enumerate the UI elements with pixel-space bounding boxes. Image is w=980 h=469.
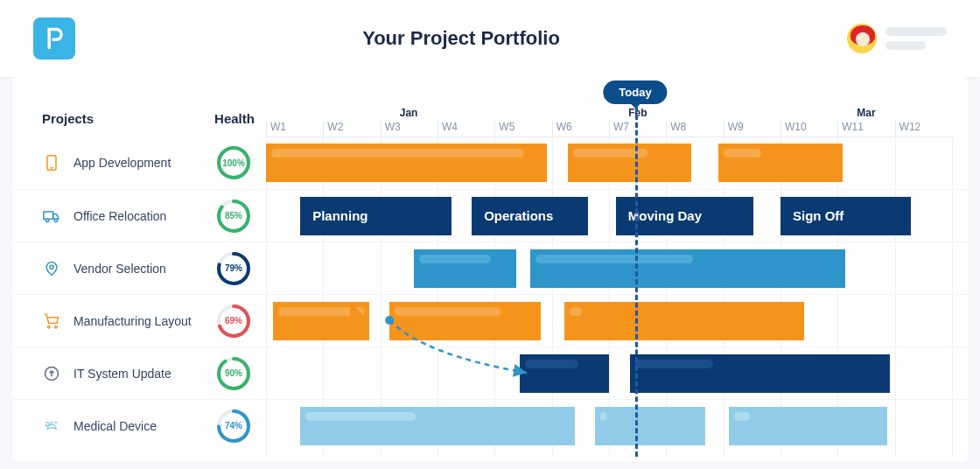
- project-name: Vendor Selection: [74, 262, 203, 276]
- table-header: Projects Health JanFebMar W1W2W3W4W5W6W7…: [12, 77, 968, 136]
- gantt-bar[interactable]: [595, 407, 704, 445]
- today-badge: Today: [603, 80, 667, 104]
- gantt-bar[interactable]: [300, 407, 575, 445]
- user-menu[interactable]: [847, 24, 947, 53]
- gantt-bar[interactable]: [389, 302, 540, 340]
- gantt-bar[interactable]: [414, 249, 517, 288]
- project-name: Manufacturing Layout: [74, 314, 203, 328]
- health-ring: 90%: [215, 355, 252, 392]
- week-label: W9: [724, 121, 780, 136]
- gantt-bar[interactable]: [530, 249, 846, 288]
- health-ring: 69%: [215, 303, 252, 340]
- week-label: W8: [666, 121, 723, 136]
- svg-point-13: [55, 326, 58, 328]
- week-label: W2: [323, 121, 380, 136]
- heart-icon: [42, 416, 61, 436]
- svg-point-6: [54, 219, 57, 221]
- gantt-bar[interactable]: Operations: [472, 197, 588, 235]
- week-label: W4: [438, 121, 494, 136]
- avatar: [847, 24, 877, 53]
- week-label: W10: [780, 121, 837, 136]
- health-ring: 74%: [215, 408, 252, 444]
- user-name-placeholder: [886, 27, 947, 50]
- app-logo[interactable]: [33, 18, 75, 60]
- svg-point-12: [47, 326, 50, 328]
- pin-icon: [42, 259, 61, 278]
- gantt-bar[interactable]: [564, 302, 804, 340]
- gantt-bar-label: Moving Day: [628, 208, 702, 223]
- health-ring: 85%: [215, 198, 252, 234]
- project-row[interactable]: App Development100%: [12, 136, 968, 189]
- gantt-bar-label: Sign Off: [793, 208, 844, 223]
- projects-header: Projects: [42, 111, 203, 126]
- week-label: W5: [494, 121, 551, 136]
- project-row[interactable]: Manufacturing Layout69%: [12, 294, 968, 346]
- week-label: W3: [381, 121, 438, 136]
- health-header: Health: [203, 111, 266, 126]
- truck-icon: [42, 206, 61, 226]
- week-label: W6: [552, 121, 609, 136]
- week-label: W11: [837, 121, 894, 136]
- health-ring: 100%: [215, 144, 252, 181]
- svg-point-9: [50, 265, 53, 269]
- gantt-bar[interactable]: [729, 407, 886, 445]
- month-label: Mar: [857, 107, 875, 119]
- project-name: IT System Update: [74, 367, 203, 381]
- topbar: Your Project Portfolio: [0, 0, 980, 77]
- today-line: [635, 107, 638, 457]
- project-row[interactable]: Office Relocation85%PlanningOperationsMo…: [12, 189, 968, 242]
- gantt-bar-label: Operations: [484, 208, 553, 223]
- gantt-bar[interactable]: Sign Off: [780, 197, 911, 235]
- project-name: Office Relocation: [74, 209, 203, 223]
- project-row[interactable]: Vendor Selection79%: [12, 242, 968, 294]
- health-ring: 79%: [215, 250, 252, 287]
- portfolio-board: Today Projects Health JanFebMar W1W2W3W4…: [12, 77, 968, 462]
- project-name: App Development: [74, 156, 203, 170]
- project-name: Medical Device: [74, 419, 203, 433]
- svg-rect-4: [44, 212, 53, 219]
- project-row[interactable]: Medical Device74%: [12, 399, 968, 452]
- cart-icon: [42, 312, 61, 331]
- gantt-bar[interactable]: Planning: [300, 197, 451, 235]
- week-label: W12: [895, 121, 952, 136]
- gantt-bar[interactable]: [266, 144, 547, 182]
- gantt-bar[interactable]: [568, 144, 691, 182]
- gantt-bar-label: Planning: [312, 208, 368, 223]
- gantt-bar[interactable]: [718, 144, 842, 182]
- svg-point-5: [46, 219, 48, 221]
- month-label: Jan: [400, 107, 418, 119]
- project-row[interactable]: IT System Update90%: [12, 346, 968, 399]
- page-title: Your Project Portfolio: [75, 27, 847, 50]
- gantt-bar[interactable]: [273, 302, 369, 340]
- phone-icon: [42, 153, 61, 172]
- week-label: W1: [266, 121, 323, 136]
- upload-icon: [42, 364, 61, 383]
- gantt-bar[interactable]: [520, 354, 609, 393]
- gantt-bar[interactable]: [630, 354, 891, 393]
